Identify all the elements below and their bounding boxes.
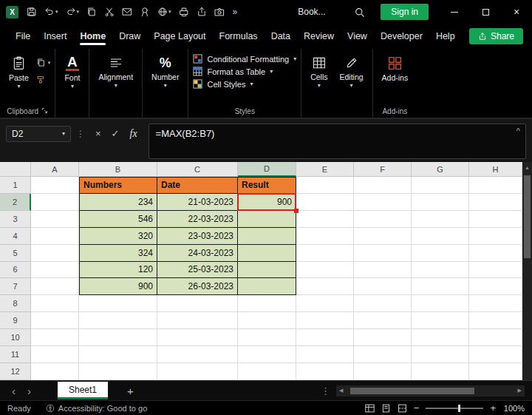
- cell-B4[interactable]: 320: [79, 228, 157, 245]
- column-header-E[interactable]: E: [296, 162, 354, 177]
- close-button[interactable]: ×: [501, 0, 532, 24]
- save-icon[interactable]: [24, 3, 39, 21]
- cell-C11[interactable]: [157, 346, 238, 363]
- cell-B10[interactable]: [79, 329, 157, 346]
- share-button[interactable]: Share: [469, 28, 523, 44]
- redo-button[interactable]: ▾: [64, 3, 82, 21]
- cell-H12[interactable]: [469, 363, 522, 380]
- cell-F11[interactable]: [354, 346, 412, 363]
- cell-F12[interactable]: [354, 363, 412, 380]
- cell-H6[interactable]: [469, 262, 522, 279]
- tab-page-layout[interactable]: Page Layout: [147, 25, 212, 47]
- row-header-10[interactable]: 10: [0, 329, 31, 346]
- cell-H5[interactable]: [469, 245, 522, 262]
- sign-in-button[interactable]: Sign in: [381, 4, 429, 20]
- cell-F1[interactable]: [354, 177, 412, 194]
- vertical-scrollbar[interactable]: ▲: [522, 162, 532, 380]
- font-button[interactable]: A Font ▾: [60, 52, 84, 89]
- cell-G6[interactable]: [412, 262, 469, 279]
- tab-home[interactable]: Home: [73, 25, 112, 47]
- tab-insert[interactable]: Insert: [37, 25, 73, 47]
- cell-D6[interactable]: [238, 262, 296, 279]
- cell-E6[interactable]: [296, 262, 354, 279]
- zoom-in-button[interactable]: +: [490, 402, 496, 414]
- cancel-formula-button[interactable]: ×: [90, 128, 106, 139]
- row-header-1[interactable]: 1: [0, 177, 31, 194]
- cell-D9[interactable]: [238, 312, 296, 329]
- cell-D8[interactable]: [238, 295, 296, 312]
- tab-view[interactable]: View: [341, 25, 374, 47]
- export-icon[interactable]: [194, 3, 209, 21]
- cell-D11[interactable]: [238, 346, 296, 363]
- tab-help[interactable]: Help: [429, 25, 462, 47]
- number-button[interactable]: % Number ▾: [147, 52, 183, 88]
- normal-view-button[interactable]: [365, 404, 375, 413]
- cell-G10[interactable]: [412, 329, 469, 346]
- select-all-button[interactable]: [0, 162, 31, 177]
- printer-icon[interactable]: [177, 3, 191, 21]
- column-header-F[interactable]: F: [354, 162, 412, 177]
- format-as-table-button[interactable]: Format as Table ▾: [193, 67, 296, 76]
- cell-G12[interactable]: [412, 363, 469, 380]
- cell-F7[interactable]: [354, 278, 412, 295]
- formula-bar-kebab-icon[interactable]: ⋮: [71, 129, 90, 139]
- tab-options-kebab-icon[interactable]: ⋮: [315, 385, 336, 397]
- column-header-H[interactable]: H: [469, 162, 522, 177]
- name-box-caret-icon[interactable]: ▾: [62, 132, 65, 136]
- cell-C1[interactable]: Date: [157, 177, 238, 194]
- cell-A6[interactable]: [31, 262, 79, 279]
- cell-E2[interactable]: [296, 194, 354, 211]
- cell-B11[interactable]: [79, 346, 157, 363]
- accessibility-checker-button[interactable]: Accessibility: Good to go: [46, 404, 147, 413]
- cell-G9[interactable]: [412, 312, 469, 329]
- cell-G8[interactable]: [412, 295, 469, 312]
- cell-A11[interactable]: [31, 346, 79, 363]
- enter-formula-button[interactable]: ✓: [106, 128, 125, 139]
- cell-C3[interactable]: 22-03-2023: [157, 211, 238, 228]
- row-header-3[interactable]: 3: [0, 211, 31, 228]
- clipboard-dialog-launcher[interactable]: [41, 107, 48, 115]
- undo-button[interactable]: ▾: [42, 3, 61, 21]
- cell-F4[interactable]: [354, 228, 412, 245]
- row-header-11[interactable]: 11: [0, 346, 31, 363]
- cell-A2[interactable]: [31, 194, 79, 211]
- cell-B6[interactable]: 120: [79, 262, 157, 279]
- editing-button[interactable]: Editing ▾: [335, 52, 367, 88]
- copy-small-button[interactable]: ▾: [36, 58, 51, 67]
- row-header-9[interactable]: 9: [0, 312, 31, 329]
- page-break-view-button[interactable]: [398, 404, 407, 413]
- scroll-left-icon[interactable]: ◀: [336, 388, 346, 394]
- copy-icon[interactable]: [84, 3, 99, 21]
- cell-C5[interactable]: 24-03-2023: [157, 245, 238, 262]
- cell-G2[interactable]: [412, 194, 469, 211]
- horizontal-scrollbar[interactable]: ◀ ▶: [336, 385, 525, 397]
- cell-F2[interactable]: [354, 194, 412, 211]
- cell-D2[interactable]: 900: [238, 194, 296, 211]
- tab-draw[interactable]: Draw: [112, 25, 147, 47]
- cells-button[interactable]: Cells ▾: [306, 52, 332, 88]
- cell-A7[interactable]: [31, 278, 79, 295]
- toolbar-overflow-icon[interactable]: »: [230, 7, 241, 17]
- cell-F5[interactable]: [354, 245, 412, 262]
- collapse-formula-bar-icon[interactable]: ^: [516, 126, 520, 135]
- cell-B7[interactable]: 900: [79, 278, 157, 295]
- cell-A3[interactable]: [31, 211, 79, 228]
- cell-C4[interactable]: 23-03-2023: [157, 228, 238, 245]
- cell-C2[interactable]: 21-03-2023: [157, 194, 238, 211]
- cell-A10[interactable]: [31, 329, 79, 346]
- globe-caret-icon[interactable]: ▾: [168, 9, 171, 15]
- zoom-slider-thumb[interactable]: [458, 405, 460, 412]
- add-sheet-button[interactable]: +: [118, 385, 143, 397]
- cell-F9[interactable]: [354, 312, 412, 329]
- cell-H10[interactable]: [469, 329, 522, 346]
- cell-H7[interactable]: [469, 278, 522, 295]
- cell-B3[interactable]: 546: [79, 211, 157, 228]
- cell-B8[interactable]: [79, 295, 157, 312]
- cell-B1[interactable]: Numbers: [79, 177, 157, 194]
- cell-H11[interactable]: [469, 346, 522, 363]
- cell-C9[interactable]: [157, 312, 238, 329]
- column-header-B[interactable]: B: [79, 162, 157, 177]
- undo-caret-icon[interactable]: ▾: [55, 9, 58, 15]
- cell-C6[interactable]: 25-03-2023: [157, 262, 238, 279]
- tab-file[interactable]: File: [9, 25, 37, 47]
